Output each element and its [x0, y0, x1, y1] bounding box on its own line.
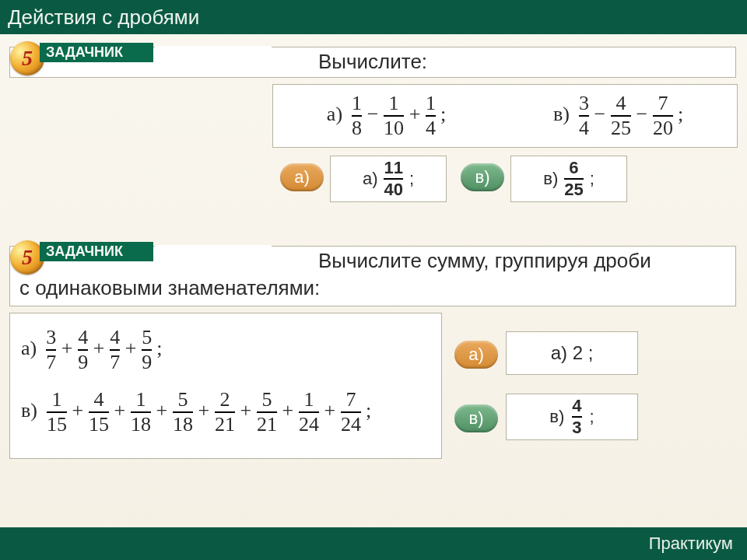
pill-p1-v[interactable]: в) [461, 163, 504, 191]
ans-p1-a-num: 11 [384, 159, 402, 177]
ans-p1-a-frac: 11 40 [384, 159, 402, 198]
ans-p2-v-tail: ; [590, 407, 594, 427]
pill-p2-v-label: в) [468, 408, 483, 429]
page-title: Действия с дробями [0, 0, 747, 34]
ans-p1-v-tail: ; [590, 169, 594, 189]
pill-p2-v[interactable]: в) [454, 404, 498, 432]
ans-p2-a-text: а) 2 ; [551, 342, 594, 364]
footer-text: Практикум [649, 534, 733, 554]
ans-p1-v-den: 25 [564, 181, 583, 198]
badge-blank [155, 46, 272, 72]
problem2-expressions: а)37+49+47+59; в)115+415+118+518+221+521… [9, 313, 442, 459]
answer-p1-v: в) 6 25 ; [510, 156, 627, 202]
problem2-title-line1: Вычислите сумму, группируя дроби [318, 249, 651, 273]
ans-p2-v-prefix: в) [549, 407, 564, 427]
expr-p1-v: в)34−425−720; [553, 93, 683, 138]
ans-p2-v-num: 4 [572, 397, 581, 415]
problem1-box: ЗАДАЧНИК Вычислите: [9, 47, 736, 78]
pill-p1-a-label: а) [294, 167, 310, 187]
problem1-title: Вычислите: [318, 50, 427, 74]
answer-p1-a: а) 11 40 ; [330, 156, 447, 202]
page-title-text: Действия с дробями [8, 5, 199, 30]
problem1-expressions: а)18−110+14; в)34−425−720; [272, 84, 738, 148]
ans-p2-v-frac: 4 3 [572, 397, 581, 436]
footer-bar: Практикум [0, 527, 747, 560]
pill-p1-a[interactable]: а) [280, 163, 324, 191]
expr-p2-v: в)115+415+118+518+221+521+124+724; [21, 390, 430, 435]
ans-p1-v-num: 6 [569, 159, 578, 177]
badge-label: ЗАДАЧНИК [40, 43, 153, 62]
ans-p1-v-prefix: в) [543, 169, 558, 189]
ans-p1-a-prefix: а) [363, 169, 378, 189]
ans-p1-a-tail: ; [409, 169, 414, 189]
pill-p1-v-label: в) [475, 167, 489, 187]
pill-p2-a[interactable]: а) [454, 341, 498, 369]
badge-label-2: ЗАДАЧНИК [40, 242, 153, 261]
badge-blank-2 [155, 245, 272, 271]
problem2-box: ЗАДАЧНИК Вычислите сумму, группируя дроб… [9, 246, 736, 306]
expr-p1-a: а)18−110+14; [327, 93, 446, 138]
answer-p2-a: а) 2 ; [506, 331, 638, 375]
ans-p1-a-den: 40 [384, 181, 402, 198]
answer-p2-v: в) 4 3 ; [506, 394, 638, 440]
ans-p1-v-frac: 6 25 [564, 159, 583, 198]
pill-p2-a-label: а) [468, 345, 484, 365]
problem2-title-line2: с одинаковыми знаменателями: [19, 276, 320, 300]
expr-p2-a: а)37+49+47+59; [21, 327, 430, 373]
ans-p2-v-den: 3 [572, 419, 581, 436]
